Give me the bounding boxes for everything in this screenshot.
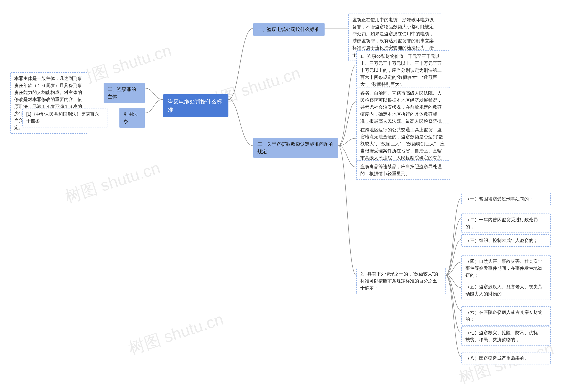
item-6-text: （六）在医院盗窃病人或者其亲友财物的； xyxy=(465,310,542,322)
branch-3-leaf-1[interactable]: 1、盗窃公私财物价值一千元至三千元以上、三万元至十万元以上、三十万元至五十万元以… xyxy=(356,50,450,91)
branch-2[interactable]: 二、盗窃罪的主体 xyxy=(104,83,145,103)
branch-3-label: 三、关于盗窃罪数额认定标准问题的规定 xyxy=(257,141,333,154)
branch-1-label: 一、盗废电缆处罚按什么标准 xyxy=(257,27,319,32)
watermark: 树图 shutu.cn xyxy=(126,308,226,359)
item-8[interactable]: （八）因盗窃造成严重后果的。 xyxy=(461,352,551,364)
item-8-text: （八）因盗窃造成严重后果的。 xyxy=(465,356,529,361)
item-4[interactable]: （四）自然灾害、事故灾害、社会安全事件等突发事件期间，在事件发生地盗窃的； xyxy=(461,255,551,281)
branch-3-leaf-5[interactable]: 2、具有下列情形之一的，“数额较大”的标准可以按照前条规定标准的百分之五十确定： xyxy=(356,268,445,294)
branch-4[interactable]: 引用法条 xyxy=(119,108,145,128)
branch-3-leaf-5-text: 2、具有下列情形之一的，“数额较大”的标准可以按照前条规定标准的百分之五十确定： xyxy=(360,271,438,290)
branch-1[interactable]: 一、盗废电缆处罚按什么标准 xyxy=(253,23,325,36)
branch-3-leaf-4[interactable]: 盗窃毒品等违禁品，应当按照盗窃罪处理的，根据情节轻重量刑。 xyxy=(356,161,450,180)
item-7[interactable]: （七）盗窃救灾、抢险、防汛、优抚、扶贫、移民、救济款物的； xyxy=(461,327,551,346)
item-1[interactable]: （一）曾因盗窃受过刑事处罚的； xyxy=(461,193,551,205)
item-7-text: （七）盗窃救灾、抢险、防汛、优抚、扶贫、移民、救济款物的； xyxy=(465,330,542,342)
branch-3-leaf-4-text: 盗窃毒品等违禁品，应当按照盗窃罪处理的，根据情节轻重量刑。 xyxy=(360,164,442,176)
branch-3[interactable]: 三、关于盗窃罪数额认定标准问题的规定 xyxy=(253,138,338,158)
item-4-text: （四）自然灾害、事故灾害、社会安全事件等突发事件期间，在事件发生地盗窃的； xyxy=(465,259,542,278)
item-2[interactable]: （二）一年内曾因盗窃受过行政处罚的； xyxy=(461,214,551,233)
item-2-text: （二）一年内曾因盗窃受过行政处罚的； xyxy=(465,217,538,229)
branch-4-label: 引用法条 xyxy=(124,112,138,124)
item-5-text: （五）盗窃残疾人、孤寡老人、丧失劳动能力人的财物的； xyxy=(465,284,542,296)
branch-3-leaf-1-text: 1、盗窃公私财物价值一千元至三千元以上、三万元至十万元以上、三十万元至五十万元以… xyxy=(360,54,442,87)
root-node[interactable]: 盗废电缆处罚按什么标准 xyxy=(163,94,228,117)
item-5[interactable]: （五）盗窃残疾人、孤寡老人、丧失劳动能力人的财物的； xyxy=(461,280,551,300)
item-3-text: （三）组织、控制未成年人盗窃的； xyxy=(465,238,538,243)
branch-2-label: 二、盗窃罪的主体 xyxy=(108,87,136,99)
item-3[interactable]: （三）组织、控制未成年人盗窃的； xyxy=(461,234,551,247)
item-1-text: （一）曾因盗窃受过刑事处罚的； xyxy=(465,196,533,201)
item-6[interactable]: （六）在医院盗窃病人或者其亲友财物的； xyxy=(461,306,551,326)
branch-4-leaf[interactable]: [1]《中华人民共和国刑法》第两百六十四条 xyxy=(22,108,107,127)
root-title: 盗废电缆处罚按什么标准 xyxy=(168,99,222,113)
watermark: 树图 shutu.cn xyxy=(63,157,163,208)
branch-4-leaf-text: [1]《中华人民共和国刑法》第两百六十四条 xyxy=(26,112,99,124)
